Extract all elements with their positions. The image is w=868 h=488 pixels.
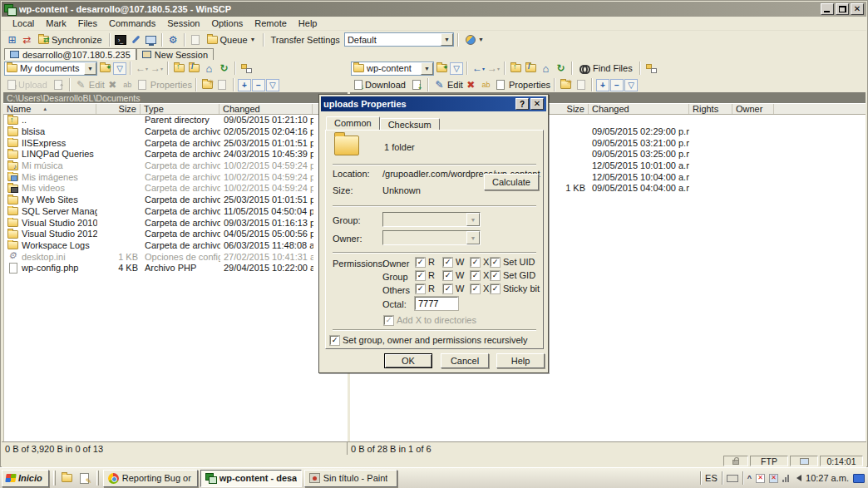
table-row[interactable]: IISExpress Carpeta de archivos 25/03/201… <box>4 137 348 149</box>
local-properties-label[interactable]: Properties <box>150 80 192 90</box>
local-refresh-icon[interactable]: ↻ <box>217 62 231 75</box>
local-tree-icon[interactable] <box>239 62 254 75</box>
volume-icon[interactable] <box>793 475 801 481</box>
menu-item-commands[interactable]: Commands <box>103 17 161 29</box>
table-row[interactable]: Mis videos Carpeta de archivos 10/02/201… <box>4 183 348 195</box>
column-header-name[interactable]: Name▲ <box>3 104 96 114</box>
chevron-down-icon[interactable]: ▼ <box>441 33 453 46</box>
local-open-directory-icon[interactable]: ✦ <box>98 62 112 75</box>
tray-expand-icon[interactable]: ^ <box>747 474 752 482</box>
show-desktop-icon[interactable] <box>853 474 865 483</box>
local-new-folder-icon[interactable]: ✳ <box>200 78 215 91</box>
column-header-size[interactable]: Size <box>550 104 589 114</box>
upload-button[interactable]: ↑ Upload <box>4 77 51 92</box>
task-winscp-button[interactable]: wp-content - desarrol... <box>200 470 302 487</box>
table-row[interactable]: blsisa Carpeta de archivos 02/05/2015 02… <box>4 126 348 138</box>
remote-properties-label[interactable]: Properties <box>509 80 550 90</box>
local-edit-icon[interactable]: ✎ <box>74 78 88 91</box>
remote-back-icon[interactable]: ←▾ <box>471 62 486 75</box>
remote-filter-icon[interactable]: ▽ <box>450 62 463 75</box>
chevron-down-icon[interactable]: ▼ <box>84 62 96 75</box>
group-write-checkbox[interactable]: ✓W <box>443 270 464 280</box>
tab-new-session[interactable]: New Session <box>136 48 214 60</box>
commander-layout-icon[interactable]: ⊞ <box>5 33 19 47</box>
site-manager-button[interactable]: ▼ <box>462 32 487 47</box>
column-header-changed[interactable]: Changed <box>589 104 689 114</box>
table-row[interactable]: Mis imágenes Carpeta de archivos 10/02/2… <box>4 171 348 183</box>
local-back-icon[interactable]: ←▾ <box>135 62 149 75</box>
ok-button[interactable]: OK <box>384 353 432 368</box>
table-row[interactable]: wp-config.php 4 KB Archivo PHP 29/04/201… <box>4 263 348 274</box>
setgid-checkbox[interactable]: ✓Set GID <box>491 270 535 280</box>
column-header-owner[interactable]: Owner <box>732 104 774 114</box>
help-button-titlebar[interactable]: ? <box>515 98 529 110</box>
signal-strength-icon[interactable] <box>782 475 789 482</box>
keyboard-icon[interactable] <box>727 475 738 482</box>
remote-parent-directory-icon[interactable]: ↑ <box>509 62 523 75</box>
octal-input[interactable] <box>415 297 458 310</box>
close-button[interactable]: ✕ <box>851 3 864 15</box>
setuid-checkbox[interactable]: ✓Set UID <box>491 257 535 267</box>
remote-edit-icon[interactable]: ✎ <box>432 78 446 91</box>
table-row[interactable]: SQL Server Manageme... Carpeta de archiv… <box>4 206 348 218</box>
group-execute-checkbox[interactable]: ✓X <box>471 270 489 280</box>
others-execute-checkbox[interactable]: ✓X <box>471 283 489 293</box>
local-selection-filter-button[interactable]: ▽ <box>266 79 279 91</box>
menu-item-session[interactable]: Session <box>161 17 205 29</box>
quicklaunch-folder-button[interactable] <box>60 471 75 486</box>
session-settings-button[interactable] <box>129 33 143 47</box>
owner-execute-checkbox[interactable]: ✓X <box>471 257 489 267</box>
group-combo[interactable]: ▼ <box>382 212 481 227</box>
preferences-gear-icon[interactable]: ⚙ <box>166 33 180 47</box>
task-browser-button[interactable]: Reporting Bug or Asking ... <box>103 470 198 487</box>
tray-alert-document-icon[interactable]: ✕ <box>756 474 765 483</box>
remote-tree-icon[interactable] <box>644 62 658 75</box>
help-button[interactable]: Help <box>496 353 545 368</box>
local-select-add-button[interactable]: + <box>238 79 251 91</box>
calculate-button[interactable]: Calculate <box>484 174 539 190</box>
local-delete-icon[interactable]: ✖ <box>106 78 120 91</box>
tray-network-error-icon[interactable]: ✕ <box>769 474 778 483</box>
local-home-icon[interactable]: ⌂ <box>202 62 216 75</box>
remote-delete-icon[interactable]: ✖ <box>464 78 478 91</box>
remote-rename-icon[interactable]: ab <box>479 78 493 91</box>
remote-edit-label[interactable]: Edit <box>447 80 463 90</box>
remote-refresh-icon[interactable]: ↻ <box>554 62 568 75</box>
synchronize-button[interactable]: ⇄ Synchronize <box>35 32 106 47</box>
queue-toggle-button[interactable] <box>189 33 203 47</box>
dialog-close-button[interactable]: ✕ <box>530 98 544 110</box>
menu-item-options[interactable]: Options <box>205 17 249 29</box>
local-root-directory-icon[interactable]: / <box>187 62 201 75</box>
remote-select-remove-button[interactable]: − <box>610 79 624 91</box>
menu-item-files[interactable]: Files <box>72 17 103 29</box>
menu-item-local[interactable]: Local <box>7 17 40 29</box>
recursive-checkbox[interactable]: ✓Set group, owner and permissions recurs… <box>330 335 528 345</box>
panel-refresh-button[interactable] <box>144 33 158 47</box>
group-read-checkbox[interactable]: ✓R <box>416 270 435 280</box>
remote-properties-icon[interactable] <box>494 78 508 91</box>
column-header-size[interactable]: Size <box>96 104 141 114</box>
owner-write-checkbox[interactable]: ✓W <box>443 257 464 267</box>
menu-item-mark[interactable]: Mark <box>40 17 72 29</box>
dialog-title-bar[interactable]: uploads Properties ? ✕ <box>321 96 546 111</box>
upload-background-icon[interactable]: ⇡ <box>52 78 66 91</box>
local-parent-directory-icon[interactable]: ↑ <box>172 62 186 75</box>
table-row[interactable]: desktop.ini 1 KB Opciones de config... 2… <box>4 251 348 263</box>
swap-panels-icon[interactable]: ⇄ <box>20 33 34 47</box>
start-button[interactable]: Inicio <box>2 470 49 487</box>
title-bar[interactable]: wp-content - desarrollo@107.180.5.235 - … <box>2 2 866 17</box>
local-rename-icon[interactable]: ab <box>121 78 135 91</box>
others-read-checkbox[interactable]: ✓R <box>416 283 435 293</box>
local-properties-icon[interactable] <box>136 78 150 91</box>
local-directory-combo[interactable]: My documents ▼ <box>4 62 97 76</box>
language-indicator[interactable]: ES <box>705 473 718 483</box>
table-row[interactable]: Mi música Carpeta de archivos 10/02/2015… <box>4 160 348 172</box>
remote-home-icon[interactable]: ⌂ <box>539 62 553 75</box>
local-forward-icon[interactable]: →▾ <box>150 62 164 75</box>
remote-open-directory-icon[interactable]: ✦ <box>435 62 449 75</box>
remote-selection-filter-button[interactable]: ▽ <box>624 79 638 91</box>
column-header-changed[interactable]: Changed <box>219 104 313 114</box>
chevron-down-icon[interactable]: ▼ <box>421 62 433 75</box>
stickybit-checkbox[interactable]: ✓Sticky bit <box>491 283 540 293</box>
download-button[interactable]: ↓ Download <box>351 77 409 92</box>
